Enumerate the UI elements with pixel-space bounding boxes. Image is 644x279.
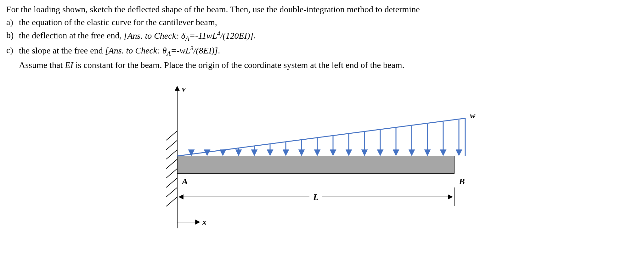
- part-c-ans-label: [Ans. to Check:: [105, 46, 162, 55]
- part-c-eq2: /(8EI)]: [193, 46, 218, 55]
- part-b-ans: [Ans. to Check: δA=-11wL4/(120EI)]: [124, 31, 254, 41]
- svg-line-1: [166, 140, 177, 150]
- part-c: c) the slope at the free end [Ans. to Ch…: [6, 44, 638, 58]
- svg-line-3: [166, 159, 177, 169]
- part-b-label: b): [6, 29, 19, 43]
- part-c-pre: the slope at the free end: [19, 46, 105, 55]
- part-b-text: the deflection at the free end, [Ans. to…: [19, 29, 638, 43]
- part-a: a) the equation of the elastic curve for…: [6, 16, 638, 28]
- part-c-label: c): [6, 44, 19, 58]
- point-b-label: B: [459, 176, 465, 186]
- part-c-exp: 3: [190, 45, 194, 52]
- svg-line-5: [166, 178, 177, 187]
- part-b-pre: the deflection at the free end,: [19, 31, 124, 41]
- w-label: w: [470, 111, 476, 120]
- beam-rect: [177, 156, 454, 173]
- svg-line-0: [166, 131, 177, 140]
- part-b-eq: =-11wL: [189, 31, 217, 41]
- part-c-ans: [Ans. to Check: θA=-wL3/(8EI)]: [105, 46, 218, 55]
- part-b-ans-label: [Ans. to Check:: [124, 31, 181, 41]
- part-b-sym: δ: [181, 31, 185, 41]
- part-c-sub: A: [167, 50, 171, 57]
- problem-text: For the loading shown, sketch the deflec…: [6, 3, 638, 71]
- svg-line-7: [166, 197, 177, 206]
- part-b-sub: A: [185, 35, 189, 42]
- part-a-label: a): [6, 16, 19, 28]
- distributed-load: [177, 118, 465, 156]
- point-a-label: A: [181, 176, 188, 186]
- assume-text: Assume that EI is constant for the beam.…: [19, 59, 638, 71]
- svg-line-4: [166, 169, 177, 178]
- assume-pre: Assume that: [19, 60, 65, 70]
- dim-l-label: L: [313, 192, 319, 202]
- ei-text: EI: [65, 60, 73, 70]
- v-axis-label: v: [182, 84, 186, 93]
- part-c-sym: θ: [162, 46, 167, 55]
- part-c-text: the slope at the free end [Ans. to Check…: [19, 44, 638, 58]
- svg-line-6: [166, 187, 177, 197]
- part-c-dot: .: [218, 46, 220, 55]
- part-b: b) the deflection at the free end, [Ans.…: [6, 29, 638, 43]
- part-c-eq: =-wL: [171, 46, 190, 55]
- svg-line-8: [177, 118, 465, 156]
- part-b-dot: .: [253, 31, 256, 41]
- assume-line: Assume that EI is constant for the beam.…: [6, 59, 638, 71]
- svg-line-2: [166, 150, 177, 159]
- fixed-support: [166, 131, 177, 206]
- part-b-eq2: /(120EI)]: [220, 31, 254, 41]
- assume-post: is constant for the beam. Place the orig…: [73, 60, 404, 70]
- beam-diagram: v x: [157, 77, 487, 235]
- diagram-container: v x: [6, 77, 638, 235]
- part-a-text: the equation of the elastic curve for th…: [19, 16, 638, 28]
- part-b-exp: 4: [217, 30, 220, 36]
- x-axis-label: x: [202, 217, 206, 226]
- intro-line: For the loading shown, sketch the deflec…: [6, 3, 638, 15]
